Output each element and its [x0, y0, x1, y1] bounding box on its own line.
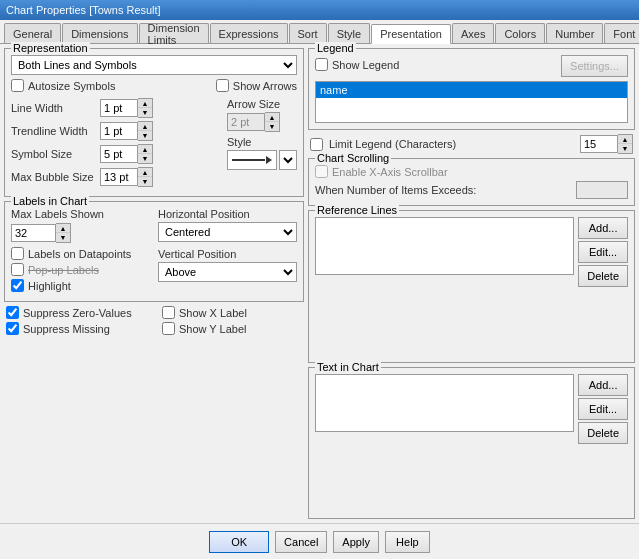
style-arrow-box[interactable] — [227, 150, 277, 170]
text-add-button[interactable]: Add... — [578, 374, 628, 396]
labels-on-datapoints-row: Labels on Datapoints — [11, 247, 150, 260]
tab-axes[interactable]: Axes — [452, 23, 494, 43]
limit-legend-label: Limit Legend (Characters) — [329, 138, 456, 150]
ref-edit-button[interactable]: Edit... — [578, 241, 628, 263]
vertical-position-label: Vertical Position — [158, 248, 297, 260]
arrow-size-label: Arrow Size — [227, 98, 297, 110]
popup-labels-checkbox[interactable] — [11, 263, 24, 276]
suppress-zero-row: Suppress Zero-Values — [6, 306, 146, 319]
line-width-up[interactable]: ▲ — [138, 99, 152, 108]
style-label: Style — [227, 136, 297, 148]
horizontal-position-dropdown[interactable]: Centered — [158, 222, 297, 242]
max-labels-row: Max Labels Shown — [11, 208, 150, 220]
legend-listbox[interactable]: name — [315, 81, 628, 123]
symbol-size-up[interactable]: ▲ — [138, 145, 152, 154]
tab-sort[interactable]: Sort — [289, 23, 327, 43]
limit-legend-spinner: ▲ ▼ — [580, 134, 633, 154]
max-labels-input[interactable] — [11, 224, 56, 242]
tab-presentation[interactable]: Presentation — [371, 24, 451, 44]
when-exceeds-row: When Number of Items Exceeds: — [315, 181, 628, 199]
when-exceeds-input[interactable] — [576, 181, 628, 199]
arrow-size-down[interactable]: ▼ — [265, 122, 279, 131]
chart-scrolling-label: Chart Scrolling — [315, 152, 391, 164]
autosize-symbols-checkbox[interactable] — [11, 79, 24, 92]
tab-number[interactable]: Number — [546, 23, 603, 43]
text-in-chart-group: Text in Chart Add... Edit... Delete — [308, 367, 635, 520]
highlight-checkbox[interactable] — [11, 279, 24, 292]
representation-dropdown[interactable]: Both Lines and Symbols — [11, 55, 297, 75]
line-width-row: Line Width ▲ ▼ — [11, 98, 217, 118]
limit-legend-input[interactable] — [580, 135, 618, 153]
text-in-chart-listbox[interactable] — [315, 374, 574, 432]
bottom-bar: OK Cancel Apply Help — [0, 523, 639, 559]
right-panel: Legend Show Legend Settings... name Limi… — [308, 48, 635, 519]
representation-label: Representation — [11, 42, 90, 54]
apply-button[interactable]: Apply — [333, 531, 379, 553]
suppress-missing-checkbox[interactable] — [6, 322, 19, 335]
max-bubble-input[interactable] — [100, 168, 138, 186]
window-title: Chart Properties [Towns Result] — [6, 4, 161, 16]
tab-colors[interactable]: Colors — [495, 23, 545, 43]
legend-listbox-item[interactable]: name — [316, 82, 627, 98]
show-y-label-checkbox[interactable] — [162, 322, 175, 335]
help-button[interactable]: Help — [385, 531, 430, 553]
max-bubble-row: Max Bubble Size ▲ ▼ — [11, 167, 217, 187]
tab-dimensions[interactable]: Dimensions — [62, 23, 137, 43]
arrow-size-spinner: ▲ ▼ — [227, 112, 297, 132]
text-edit-button[interactable]: Edit... — [578, 398, 628, 420]
highlight-label: Highlight — [28, 280, 71, 292]
tab-dimension-limits[interactable]: Dimension Limits — [139, 23, 209, 43]
max-labels-label: Max Labels Shown — [11, 208, 104, 220]
arrow-size-input[interactable] — [227, 113, 265, 131]
settings-button[interactable]: Settings... — [561, 55, 628, 77]
max-bubble-down[interactable]: ▼ — [138, 177, 152, 186]
arrow-size-section: Arrow Size ▲ ▼ — [227, 98, 297, 132]
line-width-input[interactable] — [100, 99, 138, 117]
limit-legend-up[interactable]: ▲ — [618, 135, 632, 144]
ok-button[interactable]: OK — [209, 531, 269, 553]
enable-x-axis-checkbox[interactable] — [315, 165, 328, 178]
line-width-down[interactable]: ▼ — [138, 108, 152, 117]
show-arrows-row: Show Arrows — [216, 79, 297, 92]
trendline-width-down[interactable]: ▼ — [138, 131, 152, 140]
popup-labels-row: Pop-up Labels — [11, 263, 150, 276]
ref-add-button[interactable]: Add... — [578, 217, 628, 239]
trendline-width-spinner: ▲ ▼ — [100, 121, 153, 141]
trendline-width-label: Trendline Width — [11, 125, 96, 137]
text-delete-button[interactable]: Delete — [578, 422, 628, 444]
show-arrows-checkbox[interactable] — [216, 79, 229, 92]
show-x-label-checkbox[interactable] — [162, 306, 175, 319]
trendline-width-input[interactable] — [100, 122, 138, 140]
style-section: Style — [227, 136, 297, 170]
max-labels-up[interactable]: ▲ — [56, 224, 70, 233]
limit-legend-checkbox[interactable] — [310, 138, 323, 151]
tab-expressions[interactable]: Expressions — [210, 23, 288, 43]
limit-legend-down[interactable]: ▼ — [618, 144, 632, 153]
show-arrows-label: Show Arrows — [233, 80, 297, 92]
enable-x-axis-row: Enable X-Axis Scrollbar — [315, 165, 628, 178]
arrow-size-up[interactable]: ▲ — [265, 113, 279, 122]
tab-font[interactable]: Font — [604, 23, 639, 43]
suppress-zero-checkbox[interactable] — [6, 306, 19, 319]
show-x-label-label: Show X Label — [179, 307, 247, 319]
symbol-size-down[interactable]: ▼ — [138, 154, 152, 163]
style-dropdown-small[interactable] — [279, 150, 297, 170]
labels-on-datapoints-checkbox[interactable] — [11, 247, 24, 260]
reference-lines-label: Reference Lines — [315, 204, 399, 216]
chart-scrolling-group: Chart Scrolling Enable X-Axis Scrollbar … — [308, 158, 635, 206]
show-y-label-label: Show Y Label — [179, 323, 246, 335]
max-bubble-up[interactable]: ▲ — [138, 168, 152, 177]
symbol-size-input[interactable] — [100, 145, 138, 163]
ref-delete-button[interactable]: Delete — [578, 265, 628, 287]
trendline-width-up[interactable]: ▲ — [138, 122, 152, 131]
cancel-button[interactable]: Cancel — [275, 531, 327, 553]
tab-style[interactable]: Style — [328, 23, 370, 43]
max-labels-down[interactable]: ▼ — [56, 233, 70, 242]
style-select-wrapper — [227, 150, 297, 170]
show-x-label-row: Show X Label — [162, 306, 302, 319]
text-in-chart-buttons: Add... Edit... Delete — [578, 374, 628, 444]
vertical-position-dropdown[interactable]: Above — [158, 262, 297, 282]
show-legend-checkbox[interactable] — [315, 58, 328, 71]
reference-lines-listbox[interactable] — [315, 217, 574, 275]
tab-general[interactable]: General — [4, 23, 61, 43]
